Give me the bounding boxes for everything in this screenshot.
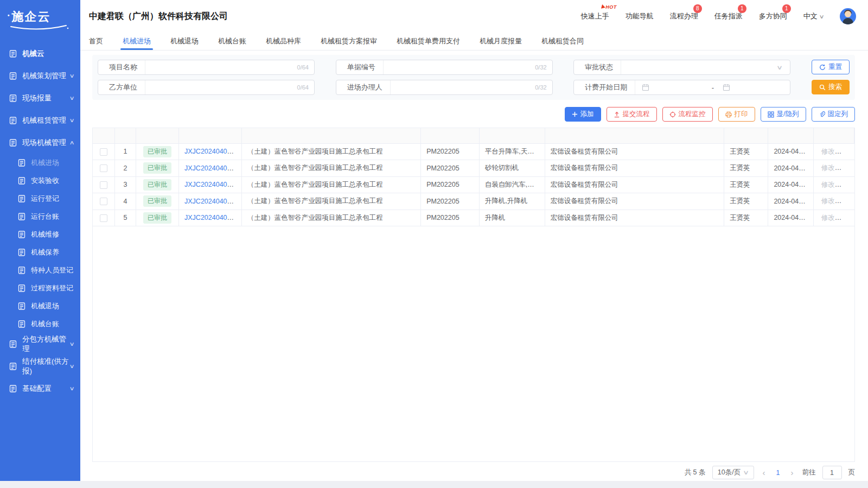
edit-action[interactable]: 修改 (821, 148, 835, 155)
top-header: 中建君联（广州）软件科技有限公司 快速上手 HOT 功能导航 流程办理 (80, 0, 868, 33)
tab[interactable]: 机械退场 (170, 33, 199, 50)
sidebar-item-multi-party-collab[interactable]: 多方协同 1 (759, 11, 787, 21)
tab-label: 机械租赁合同 (541, 36, 584, 46)
tab[interactable]: 机械租赁单费用支付 (397, 33, 460, 50)
tab[interactable]: 首页 (89, 33, 103, 50)
edit-action[interactable]: 修改 (821, 214, 835, 221)
avatar-face (845, 11, 851, 17)
nav-item-label: 任务指派 (714, 11, 743, 21)
next-page-button[interactable]: › (789, 468, 796, 477)
approval-status-input[interactable] (621, 60, 779, 74)
sidebar-item-machine-ledger[interactable]: 机械台账 (0, 315, 80, 333)
reset-button[interactable]: 重置 (812, 60, 850, 74)
filter-panel: 项目名称 0/64 单据编号 0/32 审批状态 ∨ (92, 55, 855, 100)
handler-cell: 王贤英 (724, 210, 768, 226)
sidebar-item-subcontractor-machinery[interactable]: 分包方机械管理 ∨ (0, 333, 80, 355)
sidebar-item-machine-maintenance[interactable]: 机械保养 (0, 243, 80, 261)
sidebar-item-operation-register[interactable]: 运行登记 (0, 189, 80, 207)
tab-bar: 首页 机械进场 机械退场 机械台账 机械品种库 机械租赁方案报审 机械租赁单费用… (80, 33, 868, 50)
pin-columns-button[interactable]: 固定列 (812, 107, 856, 122)
sidebar-item-feature-nav[interactable]: 功能导航 (626, 11, 654, 21)
row-checkbox[interactable] (100, 198, 107, 205)
tab-label: 机械月度报量 (480, 36, 522, 46)
billing-date-end-input[interactable] (733, 80, 790, 94)
user-avatar[interactable] (840, 8, 856, 24)
doc-no-link[interactable]: JXJC2024040576 (184, 198, 238, 205)
edit-action[interactable]: 修改 (821, 197, 835, 205)
supplier-input[interactable] (145, 80, 297, 94)
submit-flow-button[interactable]: 提交流程 (607, 107, 657, 122)
edit-action[interactable]: 修改 (821, 181, 835, 188)
doc-no-link[interactable]: JXJC2024040577 (184, 181, 238, 188)
row-checkbox[interactable] (100, 164, 107, 172)
project-name-cell: （土建）蓝色智谷产业园项目施工总承包工程 (241, 176, 420, 193)
chevron-icon: ∨ (69, 385, 74, 391)
char-counter: 0/32 (535, 84, 552, 91)
sidebar-item-site-reporting[interactable]: 现场报量 ∨ (0, 87, 80, 109)
brand-logo[interactable]: •施企云 (0, 0, 80, 35)
billing-date-start-input[interactable] (653, 80, 709, 94)
sidebar-item-basic-config[interactable]: 基础配置 ∨ (0, 377, 80, 400)
project-name-input[interactable] (145, 60, 297, 74)
sidebar-item-settlement-approval[interactable]: 结付核准(供方报) ∨ (0, 355, 80, 377)
sidebar-item-machinery-rental[interactable]: 机械租赁管理 ∨ (0, 109, 80, 131)
sidebar-item-site-machinery[interactable]: 现场机械管理 ∧ (0, 131, 80, 154)
nav-item-label: 多方协同 (759, 11, 787, 21)
billing-date-label: 计费开始日期 (574, 80, 635, 94)
sidebar-item-label: 分包方机械管理 (22, 334, 70, 354)
prev-page-button[interactable]: ‹ (761, 468, 768, 477)
row-checkbox[interactable] (100, 148, 107, 156)
sidebar-item-machine-exit[interactable]: 机械退场 (0, 297, 80, 315)
machine-exit-icon (17, 302, 26, 310)
approval-status-select[interactable]: 审批状态 ∨ (573, 60, 790, 75)
sidebar-item-machine-entry[interactable]: 机械进场 (0, 154, 80, 172)
sidebar-item-machinery-planning[interactable]: 机械策划管理 ∨ (0, 65, 80, 87)
current-page[interactable]: 1 (774, 469, 782, 477)
add-button[interactable]: 添加 (565, 107, 601, 122)
sidebar-item-process-handling[interactable]: 流程办理 8 (670, 11, 698, 21)
sidebar-item-machinery-cloud[interactable]: 机械云 (0, 42, 80, 65)
tab-label: 机械租赁单费用支付 (397, 36, 460, 46)
handler-input[interactable] (391, 80, 535, 94)
chevron-icon: ∨ (69, 117, 74, 123)
page-size-select[interactable]: 10条/页 ∨ (712, 466, 754, 479)
notification-badge: 8 (693, 4, 702, 13)
handler-cell: 王贤英 (724, 143, 768, 160)
goto-page-input[interactable] (822, 466, 842, 479)
maintenance-icon (17, 248, 26, 257)
edit-action[interactable]: 修改 (821, 164, 835, 172)
toggle-columns-button[interactable]: 显/隐列 (761, 107, 806, 122)
flow-monitor-button[interactable]: 流程监控 (662, 107, 713, 122)
tab[interactable]: 机械租赁方案报审 (321, 33, 377, 50)
sidebar-item-task-assignment[interactable]: 任务指派 1 (714, 11, 743, 21)
tab[interactable]: 机械进场 (123, 33, 151, 50)
sidebar-item-label: 基础配置 (22, 384, 52, 394)
sidebar-item-install-acceptance[interactable]: 安装验收 (0, 172, 80, 189)
tab[interactable]: 机械月度报量 (480, 33, 522, 50)
tab[interactable]: 机械租赁合同 (541, 33, 584, 50)
handler-cell: 王贤英 (724, 160, 768, 177)
sidebar-item-process-docs[interactable]: 过程资料登记 (0, 279, 80, 297)
chevron-down-icon: ∨ (743, 469, 749, 476)
sidebar-item-quick-start[interactable]: 快速上手 HOT (581, 11, 609, 21)
sidebar-item-machine-repair[interactable]: 机械维修 (0, 225, 80, 243)
doc-no-link[interactable]: JXJC2024040575 (184, 214, 238, 221)
row-checkbox[interactable] (100, 181, 107, 189)
tab[interactable]: 机械台账 (218, 33, 246, 50)
print-button[interactable]: 打印 (718, 107, 755, 122)
doc-no-link[interactable]: JXJC2024040578 (184, 164, 238, 172)
status-badge: 已审批 (143, 212, 171, 224)
sidebar-item-special-personnel[interactable]: 特种人员登记 (0, 261, 80, 279)
doc-no-link[interactable]: JXJC2024040579 (184, 148, 238, 155)
hot-icon: HOT (601, 4, 617, 10)
sidebar-item-language-selector[interactable]: 中文 ∨ (803, 11, 824, 21)
char-counter: 0/64 (297, 84, 314, 91)
sidebar-item-operation-ledger[interactable]: 运行台账 (0, 207, 80, 225)
row-checkbox[interactable] (100, 214, 107, 222)
doc-no-input[interactable] (384, 60, 535, 74)
doc-no-label: 单据编号 (336, 60, 384, 74)
date-cell: 2024-04-08 (768, 210, 813, 226)
tab[interactable]: 机械品种库 (266, 33, 301, 50)
search-button[interactable]: 搜索 (812, 80, 850, 94)
sidebar-item-label: 现场机械管理 (22, 138, 66, 148)
